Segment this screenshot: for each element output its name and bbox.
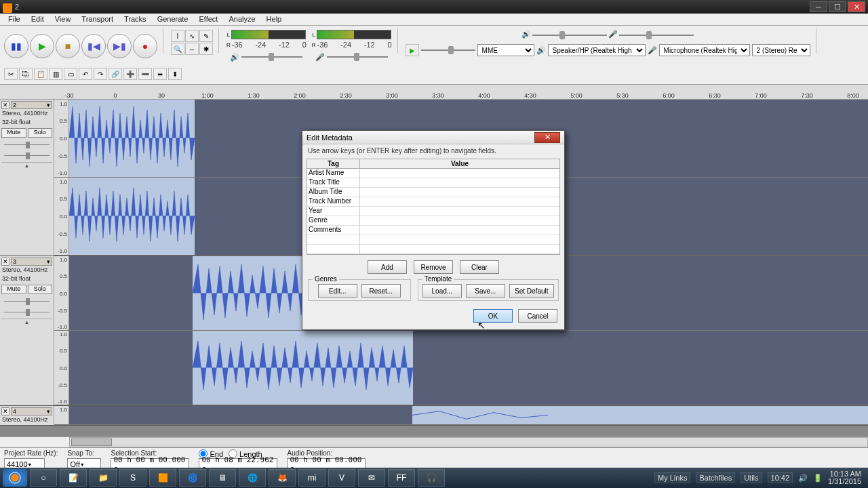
taskbar-app[interactable]: 📝: [60, 469, 87, 487]
add-button[interactable]: Add: [368, 260, 407, 274]
taskbar-app[interactable]: 🦊: [269, 469, 296, 487]
horizontal-scrollbar[interactable]: [0, 436, 868, 447]
multi-tool[interactable]: ✱: [199, 43, 213, 55]
gain-slider[interactable]: [1, 140, 52, 150]
taskbar-app[interactable]: S: [119, 469, 146, 487]
tray-link[interactable]: My Links: [654, 472, 690, 483]
clear-button[interactable]: Clear: [460, 260, 499, 274]
table-row[interactable]: Genre: [307, 216, 559, 226]
table-row[interactable]: Track Number: [307, 197, 559, 207]
clock[interactable]: 10:13 AM 1/31/2015: [828, 470, 861, 485]
stop-button[interactable]: ■: [56, 34, 80, 58]
timeshift-tool[interactable]: ↔: [185, 43, 199, 55]
minimize-button[interactable]: ─: [810, 1, 827, 12]
table-row[interactable]: Comments: [307, 226, 559, 235]
taskbar-app[interactable]: mi: [298, 469, 326, 487]
edit-genres-button[interactable]: Edit...: [318, 284, 357, 298]
taskbar-app[interactable]: 🌀: [179, 469, 206, 487]
play-at-speed-button[interactable]: ▶: [406, 44, 419, 56]
track-close-button[interactable]: ✕: [1, 101, 9, 109]
tray-link[interactable]: Utils: [741, 472, 762, 483]
input-device-select[interactable]: Microphone (Realtek High Defi: [659, 44, 750, 56]
tray-link[interactable]: Batchfiles: [696, 472, 735, 483]
fit-selection-button[interactable]: ⬌: [153, 68, 167, 80]
record-gain-slider[interactable]: [619, 30, 694, 41]
paste-button[interactable]: 📋: [34, 68, 47, 80]
table-row[interactable]: Track Title: [307, 178, 559, 188]
track-menu-dropdown[interactable]: 3: [11, 258, 52, 266]
pan-slider[interactable]: [1, 308, 52, 317]
input-volume-slider[interactable]: [327, 52, 388, 62]
set-default-button[interactable]: Set Default: [509, 284, 554, 298]
track-close-button[interactable]: ✕: [1, 407, 9, 415]
record-meter[interactable]: [317, 30, 391, 39]
taskbar-app[interactable]: 🖥: [209, 469, 236, 487]
tray-icon[interactable]: 🔋: [813, 474, 823, 483]
pause-button[interactable]: ▮▮: [4, 34, 28, 58]
start-button[interactable]: [3, 469, 27, 487]
menu-edit[interactable]: Edit: [26, 14, 50, 25]
table-row[interactable]: Year: [307, 207, 559, 216]
ok-button[interactable]: OK: [473, 309, 513, 323]
close-button[interactable]: ✕: [848, 1, 865, 12]
table-row[interactable]: Album Title: [307, 188, 559, 197]
table-row[interactable]: [307, 235, 559, 245]
output-volume-slider[interactable]: [241, 52, 302, 62]
taskbar-app[interactable]: FF: [388, 469, 415, 487]
channels-select[interactable]: 2 (Stereo) Record: [752, 44, 810, 56]
taskbar-app[interactable]: 📁: [90, 469, 117, 487]
track-close-button[interactable]: ✕: [1, 258, 9, 266]
selection-tool[interactable]: I: [171, 30, 184, 42]
dialog-close-button[interactable]: ✕: [534, 132, 560, 143]
menu-file[interactable]: File: [3, 14, 26, 25]
skip-start-button[interactable]: ▮◀: [81, 34, 106, 58]
save-template-button[interactable]: Save...: [466, 284, 505, 298]
taskbar-app[interactable]: V: [328, 469, 355, 487]
taskbar-app[interactable]: 🟧: [149, 469, 176, 487]
collapse-button[interactable]: ▲: [1, 162, 52, 169]
menu-tracks[interactable]: Tracks: [119, 14, 152, 25]
taskbar-app[interactable]: ○: [30, 469, 57, 487]
taskbar-app[interactable]: ✉: [358, 469, 385, 487]
silence-button[interactable]: ▭: [64, 68, 77, 80]
track-waveform[interactable]: 1.0: [54, 406, 868, 425]
tag-column-header[interactable]: Tag: [307, 159, 360, 168]
menu-view[interactable]: View: [50, 14, 77, 25]
menu-help[interactable]: Help: [261, 14, 288, 25]
maximize-button[interactable]: ☐: [829, 1, 846, 12]
play-button[interactable]: ▶: [30, 34, 54, 58]
table-row[interactable]: [307, 245, 559, 254]
remove-button[interactable]: Remove: [414, 260, 453, 274]
value-column-header[interactable]: Value: [360, 159, 559, 168]
audio-host-select[interactable]: MME: [477, 44, 534, 56]
solo-button[interactable]: Solo: [28, 285, 53, 294]
output-device-select[interactable]: Speaker/HP (Realtek High Defi: [548, 44, 646, 56]
solo-button[interactable]: Solo: [28, 128, 53, 138]
collapse-button[interactable]: ▲: [1, 319, 52, 325]
trim-button[interactable]: ▥: [49, 68, 62, 80]
zoom-tool[interactable]: 🔍: [171, 43, 184, 55]
load-template-button[interactable]: Load...: [422, 284, 462, 298]
redo-button[interactable]: ↷: [94, 68, 107, 80]
dialog-titlebar[interactable]: Edit Metadata ✕: [302, 131, 564, 144]
fit-project-button[interactable]: ⬍: [168, 68, 182, 80]
play-speed-slider[interactable]: [421, 45, 475, 56]
sync-lock-button[interactable]: 🔗: [108, 68, 122, 80]
taskbar-app[interactable]: 🌐: [239, 469, 266, 487]
playback-gain-slider[interactable]: [532, 30, 607, 41]
track-menu-dropdown[interactable]: 2: [11, 101, 52, 109]
envelope-tool[interactable]: ∿: [185, 30, 199, 42]
menu-transport[interactable]: Transport: [76, 14, 119, 25]
record-button[interactable]: ●: [133, 34, 157, 58]
tray-icon[interactable]: 🔊: [798, 474, 808, 483]
menu-generate[interactable]: Generate: [152, 14, 194, 25]
menu-analyze[interactable]: Analyze: [223, 14, 260, 25]
copy-button[interactable]: ⿻: [19, 68, 33, 80]
cut-button[interactable]: ✂: [4, 68, 18, 80]
table-row[interactable]: Artist Name: [307, 169, 559, 178]
mute-button[interactable]: Mute: [1, 285, 26, 294]
taskbar-app[interactable]: 🎧: [418, 469, 445, 487]
reset-genres-button[interactable]: Reset...: [361, 284, 401, 298]
gain-slider[interactable]: [1, 297, 52, 306]
tray-time[interactable]: 10:42: [768, 472, 793, 483]
